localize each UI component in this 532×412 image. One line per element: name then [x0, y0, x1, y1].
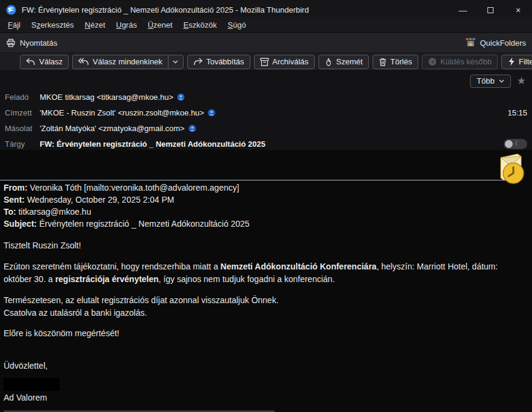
to-address: 'MKOE - Ruszin Zsolt' <ruszin.zsolt@mkoe… [40, 108, 204, 117]
junk-button[interactable]: Szemét [318, 55, 369, 69]
para1-bold-invalid: regisztrációja érvénytelen [55, 274, 159, 284]
quickfolders-label: QuickFolders [480, 38, 526, 48]
menu-item-nézet[interactable]: Nézet [79, 19, 111, 31]
archive-label: Archiválás [273, 57, 309, 66]
quoted-headers: From: Veronika Tóth [mailto:veronika.tot… [4, 182, 527, 230]
para1-text: , így sajnos nem tudjuk fogadni a konfer… [159, 274, 335, 284]
from-label: Feladó [5, 93, 35, 102]
message-header-panel: Több ★ Feladó MKOE titkarsag <titkarsag@… [0, 71, 532, 150]
subject-value: FW: Érvénytelen regisztráció _ Nemzeti A… [40, 140, 265, 149]
refund-line: Természetesen, az elutalt regisztrációs … [4, 295, 279, 305]
reply-icon [26, 58, 36, 66]
filter-label: Filter Button [519, 57, 532, 66]
moon-icon: ☾ [515, 141, 520, 147]
toggle-knob [505, 140, 513, 148]
menu-item-súgó[interactable]: Súgó [222, 19, 251, 31]
junk-label: Szemét [336, 57, 363, 66]
mail-toolbar: Nyomtatás QuickFolders [0, 33, 532, 53]
flame-icon [324, 58, 333, 66]
signature-divider [4, 411, 274, 411]
cc-label: Másolat [5, 124, 35, 133]
to-value[interactable]: 'MKOE - Ruszin Zsolt' <ruszin.zsolt@mkoe… [40, 108, 215, 117]
send-later-label: Küldés később [441, 57, 492, 66]
reply-button[interactable]: Válasz [20, 55, 69, 69]
closing: Üdvözlettel, [4, 361, 527, 370]
more-label: Több [477, 76, 495, 85]
subject-label: Tárgy [5, 140, 35, 149]
close-button[interactable]: × [504, 2, 532, 17]
quoted-message-divider [0, 180, 504, 180]
contact-icon[interactable] [177, 93, 185, 101]
chevron-down-icon [499, 79, 504, 83]
quoted-subject-value: Érvénytelen regisztráció _ Nemzeti Adóko… [39, 219, 249, 229]
maximize-button[interactable] [477, 2, 504, 17]
quoted-to-value: titkarsag@mkoe.hu [19, 207, 91, 217]
paragraph-thanks: Előre is köszönöm megértését! [4, 328, 527, 338]
reply-all-button[interactable]: Válasz mindenkinek [72, 55, 168, 69]
forward-button[interactable]: Továbbítás [187, 55, 250, 69]
more-button[interactable]: Több [470, 75, 511, 88]
header-actions-row: Több ★ [5, 73, 527, 89]
paragraph-registration-invalid: Ezúton szeretném tájékoztatni, hogy rend… [4, 260, 527, 286]
print-label: Nyomtatás [20, 38, 57, 48]
menu-item-eszközök[interactable]: Eszközök [178, 19, 223, 31]
quoted-sent-value: Wednesday, October 29, 2025 2:04 PM [27, 195, 175, 204]
outlook-attachment-icon [497, 153, 525, 188]
chevron-down-icon [173, 60, 178, 64]
quickfolders-icon [465, 38, 476, 48]
star-flag-icon[interactable]: ★ [517, 76, 526, 86]
window-title: FW: Érvénytelen regisztráció _ Nemzeti A… [22, 5, 309, 14]
print-button[interactable]: Nyomtatás [6, 38, 57, 48]
menu-item-ugrás[interactable]: Ugrás [111, 19, 143, 31]
cc-row: Másolat 'Zoltán Matyóka' <zmatyoka@gmail… [5, 120, 527, 136]
archive-icon [260, 58, 269, 66]
greeting: Tisztelt Ruszin Zsolt! [4, 241, 527, 250]
filter-button[interactable]: Filter Button [501, 55, 532, 69]
menu-item-üzenet[interactable]: Üzenet [142, 19, 178, 31]
contact-icon[interactable] [208, 109, 215, 117]
from-address: MKOE titkarsag <titkarsag@mkoe.hu> [40, 93, 173, 102]
quickfolders-button[interactable]: QuickFolders [465, 38, 526, 48]
paragraph-refund: Természetesen, az elutalt regisztrációs … [4, 294, 527, 319]
reply-all-icon [78, 58, 89, 66]
menu-bar: FájlSzerkesztésNézetUgrásÜzenetEszközökS… [0, 17, 532, 33]
delete-button[interactable]: Törlés [373, 55, 418, 69]
printer-icon [6, 38, 16, 48]
message-action-bar: Válasz Válasz mindenkinek Továb [0, 53, 532, 71]
trash-icon [379, 58, 387, 66]
reply-all-label: Válasz mindenkinek [93, 57, 162, 66]
cc-value[interactable]: 'Zoltán Matyóka' <zmatyoka@gmail.com> [40, 124, 196, 133]
minimize-button[interactable]: — [449, 2, 477, 17]
quoted-from-value: Veronika Tóth [mailto:veronika.toth@adva… [30, 183, 240, 192]
dark-mode-toggle[interactable]: ☾ [504, 139, 527, 149]
redacted-signature-name [4, 378, 60, 391]
cc-address: 'Zoltán Matyóka' <zmatyoka@gmail.com> [40, 124, 185, 133]
delete-label: Törlés [391, 57, 412, 66]
from-value[interactable]: MKOE titkarsag <titkarsag@mkoe.hu> [40, 93, 185, 102]
message-time: 15:15 [507, 108, 527, 117]
reply-all-split-button: Válasz mindenkinek [72, 55, 184, 69]
send-later-button: Küldés később [422, 55, 498, 69]
menu-item-fájl[interactable]: Fájl [2, 19, 26, 31]
forward-icon [193, 58, 203, 66]
company-name: Ad Valorem [4, 393, 527, 402]
quoted-to-label: To: [4, 207, 16, 217]
reply-all-dropdown[interactable] [168, 55, 184, 69]
title-bar: FW: Érvénytelen regisztráció _ Nemzeti A… [0, 2, 532, 17]
contact-icon[interactable] [188, 125, 196, 132]
from-row: Feladó MKOE titkarsag <titkarsag@mkoe.hu… [5, 89, 527, 105]
quoted-sent-label: Sent: [4, 195, 25, 204]
lightning-icon [507, 57, 515, 66]
to-row: Címzett 'MKOE - Ruszin Zsolt' <ruszin.zs… [5, 105, 527, 120]
archive-button[interactable]: Archiválás [254, 55, 315, 69]
para1-text: Ezúton szeretném tájékoztatni, hogy rend… [4, 262, 220, 271]
attachment-line: Csatolva az utalásról a banki igazolás. [4, 308, 147, 318]
forward-label: Továbbítás [206, 57, 244, 66]
reply-label: Válasz [39, 57, 63, 66]
quoted-subject-label: Subject: [4, 219, 37, 229]
para1-bold-conference: Nemzeti Adókonzultáció Konferenciára [220, 262, 376, 271]
menu-item-szerkesztés[interactable]: Szerkesztés [26, 19, 79, 31]
quoted-from-label: From: [4, 183, 28, 192]
send-later-icon [428, 57, 437, 66]
thunderbird-window: FW: Érvénytelen regisztráció _ Nemzeti A… [0, 0, 532, 412]
